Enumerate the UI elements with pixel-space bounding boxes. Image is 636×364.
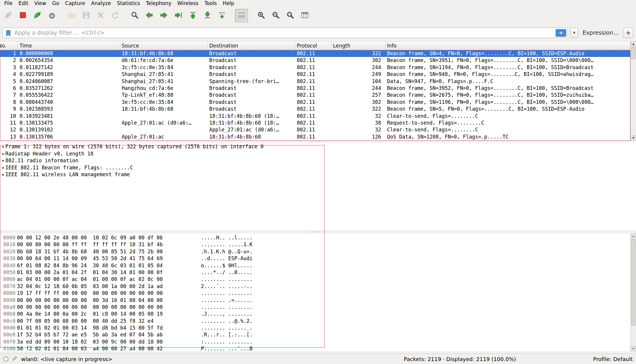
column-header-len[interactable]: Length <box>332 42 386 50</box>
packet-row[interactable]: 60.035271262Hangzhou_cd:7a:6eBroadcast80… <box>0 85 630 92</box>
menu-view[interactable]: View <box>31 0 49 7</box>
go-to-packet-button[interactable] <box>172 9 185 23</box>
restart-capture-button[interactable] <box>31 9 44 23</box>
scroll-track[interactable] <box>631 239 636 346</box>
menu-tools[interactable]: Tools <box>202 0 220 7</box>
save-file-button[interactable] <box>80 9 93 23</box>
scroll-thumb[interactable] <box>631 47 635 59</box>
menu-edit[interactable]: Edit <box>15 0 31 7</box>
hex-row[interactable]: 00b000 4a 0e 14 00 0a 00 2c 01 c8 00 14 … <box>0 311 636 317</box>
column-header-dest[interactable]: Destination <box>208 42 295 50</box>
hex-row[interactable]: 00208b 68 18 31 bf 4b 8b 68 40 00 85 51 … <box>0 248 636 255</box>
packet-row[interactable]: 100.10392348118:31:bf:4b:8b:68 (18:…802.… <box>0 113 630 120</box>
expand-arrow-icon[interactable]: ▶ <box>0 164 5 171</box>
auto-scroll-button[interactable] <box>215 9 229 23</box>
column-header-info[interactable]: Info <box>386 42 630 50</box>
zoom-in-button[interactable] <box>255 9 268 23</box>
menu-go[interactable]: Go <box>49 0 62 7</box>
hex-row[interactable]: 0060ac 04 01 00 00 0f ac 04 01 00 00 0f … <box>0 276 636 283</box>
hex-row[interactable]: 003000 00 64 00 11 14 00 09 45 53 50 2d … <box>0 255 636 262</box>
cell-info: Beacon frame, SN=1194, FN=0, Flags=.....… <box>386 64 630 71</box>
filter-apply-icon[interactable] <box>556 29 566 37</box>
hex-row[interactable]: 00f03a ed dd 09 00 10 18 02 03 00 9c 00 … <box>0 338 636 345</box>
packet-row[interactable]: 40.022799189Shanghai_27:85:41Broadcast80… <box>0 71 630 78</box>
detail-row[interactable]: ▶IEEE 802.11 wireless LAN management fra… <box>0 171 636 178</box>
cell-dest: 18:31:bf:4b:8b:68 (18:… <box>208 113 295 120</box>
packet-row[interactable]: 30.0118271423c:f5:cc:0e:35:84Broadcast80… <box>0 64 630 71</box>
go-first-button[interactable] <box>186 9 199 23</box>
reload-button[interactable] <box>109 9 122 23</box>
menu-analyze[interactable]: Analyze <box>88 0 114 7</box>
menu-statistics[interactable]: Statistics <box>114 0 143 7</box>
stop-capture-button[interactable] <box>16 9 29 23</box>
packet-row[interactable]: 80.0804437403e:f5:cc:0e:35:84Broadcast80… <box>0 99 630 106</box>
capture-options-button[interactable]: ⚙ <box>45 9 58 23</box>
zoom-out-button[interactable] <box>269 9 282 23</box>
filter-dropdown-icon[interactable]: ▾ <box>570 28 578 38</box>
expand-arrow-icon[interactable]: ▶ <box>0 150 5 158</box>
zoom-reset-button[interactable]: 1:1 <box>284 9 297 23</box>
display-filter-input[interactable] <box>3 28 567 38</box>
scroll-thumb[interactable] <box>631 239 635 325</box>
hex-row[interactable]: 001000 00 80 00 00 00 ff ff ff ff ff ff … <box>0 241 636 248</box>
column-header-source[interactable]: Source <box>120 42 208 50</box>
menu-wireless[interactable]: Wireless <box>175 0 202 7</box>
filter-bookmark-icon[interactable] <box>5 30 11 38</box>
scroll-down-icon[interactable]: ▼ <box>631 346 636 351</box>
pane-splitter[interactable]: ······ <box>0 230 636 233</box>
packet-row[interactable]: 120.130139102Apple_27:01:ac (d0:a6:…802.… <box>0 126 630 133</box>
scroll-down-icon[interactable]: ▼ <box>631 135 636 141</box>
detail-row[interactable]: ▶IEEE 802.11 Beacon frame, Flags: ......… <box>0 164 636 171</box>
expand-arrow-icon[interactable]: ▶ <box>0 171 5 178</box>
packet-list-scrollbar[interactable]: ▲ ▼ <box>630 41 636 141</box>
hex-row[interactable]: 010050 f2 02 01 01 84 00 03 a4 00 00 27 … <box>0 345 636 351</box>
add-filter-button[interactable]: + <box>623 28 633 38</box>
resize-columns-button[interactable] <box>298 9 311 23</box>
hex-row[interactable]: 00a000 00 00 00 00 00 00 00 00 00 00 00 … <box>0 304 636 311</box>
packet-row[interactable]: 70.055536422Tp-LinkT_ef:48:88Broadcast80… <box>0 92 630 98</box>
detail-row[interactable]: ▶Radiotap Header v0, Length 18 <box>0 150 636 158</box>
edit-comment-pencil-icon[interactable] <box>12 355 18 363</box>
colorize-button[interactable] <box>235 9 248 23</box>
menu-capture[interactable]: Capture <box>62 0 88 7</box>
scroll-track[interactable] <box>631 47 636 135</box>
profile-text[interactable]: Profile: Default <box>593 356 633 362</box>
hex-row[interactable]: 00e01f 52 b4 b5 b7 72 ae e5 5b ab 3a ed … <box>0 331 636 338</box>
hex-row[interactable]: 007032 04 0c 12 18 60 0b 05 03 00 1a 00 … <box>0 283 636 290</box>
column-header-proto[interactable]: Protocol <box>295 42 332 50</box>
detail-row[interactable]: ▶802.11 radio information <box>0 157 636 164</box>
scroll-up-icon[interactable]: ▲ <box>631 233 636 239</box>
packet-row[interactable]: 90.10238859318:31:bf:4b:8b:68Broadcast80… <box>0 106 630 112</box>
start-capture-button[interactable] <box>2 9 15 23</box>
pane-splitter[interactable]: ······ <box>0 141 636 143</box>
column-header-time[interactable]: Time <box>18 42 120 50</box>
go-back-button[interactable] <box>143 9 156 23</box>
hex-row[interactable]: 009000 00 00 00 00 00 00 00 00 3d 16 01 … <box>0 297 636 304</box>
expand-arrow-icon[interactable]: ▶ <box>0 157 5 164</box>
menu-telephony[interactable]: Telephony <box>143 0 175 7</box>
menu-file[interactable]: File <box>1 0 15 7</box>
detail-row[interactable]: ▶Frame 1: 322 bytes on wire (2576 bits),… <box>0 143 636 150</box>
menu-help[interactable]: Help <box>220 0 237 7</box>
capture-status-circle-icon[interactable] <box>3 356 9 362</box>
packet-row[interactable]: 20.002654354d6:61:fe:cd:7a:6eBroadcast80… <box>0 57 630 64</box>
hex-scrollbar[interactable]: ▲ ▼ <box>630 233 636 351</box>
hex-row[interactable]: 00c000 7f 08 05 00 08 00 00 00 40 dd 25 … <box>0 318 636 325</box>
hex-row[interactable]: 00406f 01 08 82 84 8b 96 24 30 48 6c 03 … <box>0 262 636 269</box>
expression-button[interactable]: Expression… <box>581 29 621 36</box>
hex-row[interactable]: 00d001 01 01 02 01 00 03 14 98 d8 bd b4 … <box>0 325 636 331</box>
open-file-button[interactable] <box>65 9 78 23</box>
go-forward-button[interactable] <box>157 9 170 23</box>
hex-row[interactable]: 008019 17 ff ff ff 00 00 00 00 00 00 00 … <box>0 290 636 297</box>
close-file-button[interactable] <box>94 9 107 23</box>
packet-row[interactable]: 10.00000000018:31:bf:4b:8b:68Broadcast80… <box>0 50 630 57</box>
column-header-no[interactable]: No. <box>0 42 18 50</box>
hex-row[interactable]: 005001 03 00 00 2a 01 04 2f 01 04 30 14 … <box>0 269 636 276</box>
packet-row[interactable]: 50.024060087Shanghai_27:85:41Spanning-tr… <box>0 78 630 85</box>
hex-row[interactable]: 000000 00 12 00 2e 48 00 00 10 02 6c 09 … <box>0 234 636 241</box>
expand-arrow-icon[interactable]: ▶ <box>0 143 5 150</box>
packet-row[interactable]: 110.130133475Apple_27:01:ac (d0:a6:…18:3… <box>0 120 630 126</box>
go-last-button[interactable] <box>201 9 214 23</box>
scroll-up-icon[interactable]: ▲ <box>631 41 636 47</box>
find-packet-button[interactable] <box>128 9 141 23</box>
